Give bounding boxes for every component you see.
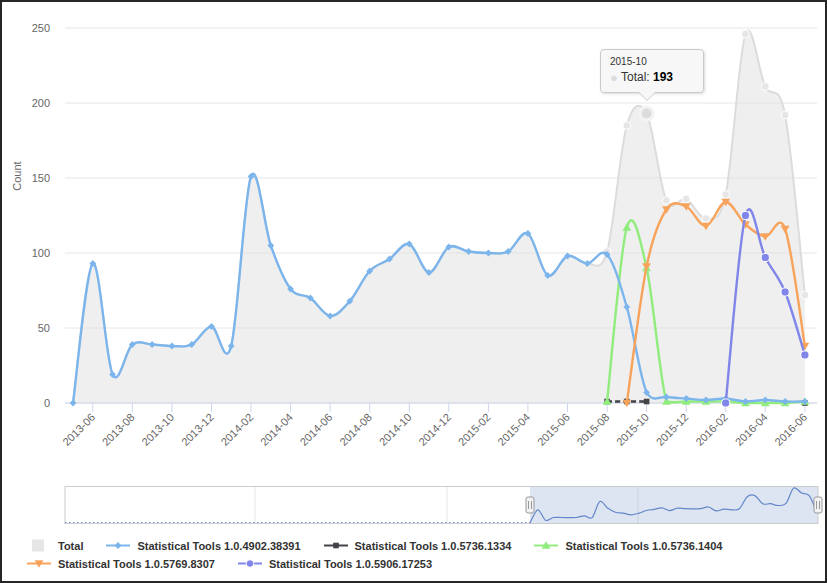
point-marker[interactable] — [333, 543, 339, 549]
x-tick-label: 2016-02 — [693, 411, 730, 448]
legend-label: Statistical Tools 1.0.4902.38391 — [137, 540, 300, 552]
x-tick-label: 2015-12 — [654, 411, 691, 448]
x-tick-label: 2013-08 — [100, 411, 137, 448]
tooltip-value: 193 — [653, 70, 673, 84]
x-tick-label: 2015-04 — [495, 411, 532, 448]
x-tick-label: 2013-10 — [139, 411, 176, 448]
x-tick-label: 2016-04 — [733, 411, 770, 448]
y-tick-label: 100 — [32, 247, 50, 259]
tooltip: 2015-10 ● Total: 193 — [600, 49, 704, 93]
legend-label: Total — [58, 540, 83, 552]
y-tick-label: 50 — [38, 322, 50, 334]
plot-area[interactable] — [65, 28, 817, 403]
legend-diamond-icon — [105, 539, 131, 552]
y-tick-label: 200 — [32, 97, 50, 109]
x-tick-label: 2013-12 — [179, 411, 216, 448]
legend-item-series-3[interactable]: Statistical Tools 1.0.5736.1404 — [533, 539, 722, 552]
legend-label: Statistical Tools 1.0.5736.1334 — [355, 540, 512, 552]
x-tick-label: 2015-08 — [574, 411, 611, 448]
x-tick-label: 2014-08 — [337, 411, 374, 448]
legend-item-series-2[interactable]: Statistical Tools 1.0.5736.1334 — [323, 539, 512, 552]
x-tick-label: 2014-10 — [377, 411, 414, 448]
x-tick-label: 2015-06 — [535, 411, 572, 448]
legend-triangle-icon — [533, 539, 559, 552]
legend-square-icon — [323, 539, 349, 552]
downloads-chart: 0501001502002502013-062013-082013-102013… — [0, 0, 827, 583]
x-tick-label: 2015-10 — [614, 411, 651, 448]
tooltip-date: 2015-10 — [610, 56, 694, 67]
x-tick-label: 2013-06 — [60, 411, 97, 448]
legend-label: Statistical Tools 1.0.5906.17253 — [269, 558, 432, 570]
point-marker[interactable] — [246, 560, 254, 568]
tooltip-series-dot-icon: ● — [610, 70, 618, 85]
x-tick-label: 2014-06 — [297, 411, 334, 448]
legend-label: Statistical Tools 1.0.5736.1404 — [565, 540, 722, 552]
handle-grip[interactable] — [526, 497, 534, 513]
y-tick-label: 0 — [44, 397, 50, 409]
point-marker[interactable] — [115, 542, 122, 549]
legend-triangle-down-icon — [26, 557, 52, 570]
legend-circle-icon — [237, 557, 263, 570]
navigator-handle-right[interactable] — [814, 497, 822, 513]
legend-item-total[interactable]: Total — [26, 539, 83, 552]
x-tick-label: 2015-02 — [456, 411, 493, 448]
x-tick-label: 2014-04 — [258, 411, 295, 448]
legend-label: Statistical Tools 1.0.5769.8307 — [58, 558, 215, 570]
y-axis-title: Count — [11, 146, 23, 206]
y-tick-label: 250 — [32, 22, 50, 34]
navigator-handle-left[interactable] — [526, 497, 534, 513]
x-tick-label: 2016-06 — [772, 411, 809, 448]
legend-item-series-4[interactable]: Statistical Tools 1.0.5769.8307 — [26, 557, 215, 570]
navigator[interactable] — [65, 487, 822, 524]
handle-grip[interactable] — [814, 497, 822, 513]
legend-item-series-1[interactable]: Statistical Tools 1.0.4902.38391 — [105, 539, 300, 552]
x-tick-label: 2014-12 — [416, 411, 453, 448]
tooltip-series-label: Total — [621, 70, 646, 84]
y-tick-label: 150 — [32, 172, 50, 184]
x-tick-label: 2014-02 — [218, 411, 255, 448]
legend: TotalStatistical Tools 1.0.4902.38391Sta… — [26, 539, 806, 570]
x-axis: 2013-062013-082013-102013-122014-022014-… — [60, 403, 817, 448]
tooltip-row: ● Total: 193 — [610, 70, 694, 85]
legend-item-series-5[interactable]: Statistical Tools 1.0.5906.17253 — [237, 557, 432, 570]
legend-square-swatch-icon — [26, 539, 52, 552]
